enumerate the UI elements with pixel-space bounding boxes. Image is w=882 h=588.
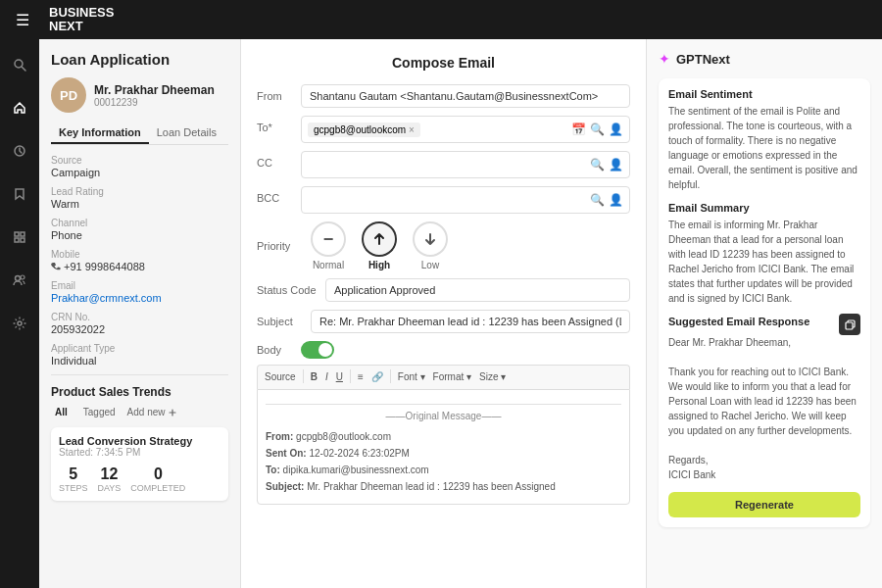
svg-rect-6 — [21, 238, 24, 242]
from-input[interactable] — [301, 84, 630, 108]
stat-days-number: 12 — [98, 466, 122, 483]
nav-bookmark-icon[interactable] — [6, 180, 33, 208]
stat-completed-number: 0 — [130, 466, 185, 483]
nav-users-icon[interactable] — [6, 267, 33, 294]
email-label: Email — [51, 280, 228, 291]
priority-low-label: Low — [413, 260, 448, 270]
email-summary-text: The email is informing Mr. Prakhar Dheem… — [668, 218, 860, 306]
filter-all[interactable]: All — [51, 405, 72, 419]
stat-steps-number: 5 — [59, 466, 88, 483]
toolbar-align-left-btn[interactable]: ≡ — [355, 370, 367, 383]
cc-add-icon[interactable]: 👤 — [609, 158, 623, 172]
email-value[interactable]: Prakhar@crmnext.com — [51, 292, 228, 304]
body-toggle[interactable] — [301, 341, 334, 359]
hamburger-icon[interactable]: ☰ — [16, 11, 29, 29]
email-sentiment-text: The sentiment of the email is Polite and… — [668, 104, 860, 192]
bcc-label: BCC — [257, 186, 301, 204]
tab-loan-details[interactable]: Loan Details — [149, 122, 224, 144]
toolbar-link-btn[interactable]: 🔗 — [368, 370, 386, 383]
copy-suggested-button[interactable] — [839, 314, 860, 335]
toolbar-format-btn[interactable]: Format ▾ — [430, 370, 474, 383]
nav-search-icon[interactable] — [6, 51, 33, 78]
tab-key-information[interactable]: Key Information — [51, 122, 149, 144]
to-label: To* — [257, 116, 301, 133]
mobile-label: Mobile — [51, 249, 228, 260]
svg-point-9 — [18, 321, 22, 325]
toolbar-font-btn[interactable]: Font ▾ — [395, 370, 428, 383]
logo: BUSINESS NEXT — [49, 6, 114, 34]
channel-value: Phone — [51, 229, 228, 241]
nav-settings-icon[interactable] — [6, 310, 33, 337]
nav-history-icon[interactable] — [6, 137, 33, 165]
priority-high-label: High — [362, 260, 397, 270]
toolbar-italic-btn[interactable]: I — [322, 370, 331, 383]
svg-rect-10 — [846, 322, 853, 329]
compose-email-title: Compose Email — [257, 55, 630, 71]
nav-home-icon[interactable] — [6, 94, 33, 122]
subject-select[interactable]: Re: Mr. Prakhar Dheeman lead id : 12239 … — [311, 310, 630, 333]
priority-low[interactable]: Low — [413, 221, 448, 270]
user-name: Mr. Prakhar Dheeman — [94, 83, 215, 97]
suggested-response-text: Dear Mr. Prakhar Dheeman, Thank you for … — [668, 335, 860, 482]
orig-subject: Subject: Mr. Prakhar Dheeman lead id : 1… — [266, 479, 621, 494]
bcc-field[interactable]: 🔍 👤 — [301, 186, 630, 214]
mobile-value: +91 9998644088 — [51, 261, 228, 272]
filter-tagged[interactable]: Tagged — [79, 405, 120, 419]
user-id: 00012239 — [94, 97, 215, 108]
status-code-select[interactable]: Application Approved Pending Rejected — [325, 278, 630, 302]
add-new-button[interactable]: Add new — [127, 407, 177, 417]
page-title: Loan Application — [51, 51, 228, 68]
orig-to: To: dipika.kumari@businessnext.com — [266, 463, 621, 477]
email-editor[interactable]: Source B I U ≡ 🔗 Font ▾ Format ▾ Size ▾ … — [257, 365, 630, 505]
regenerate-button[interactable]: Regenerate — [668, 492, 860, 517]
cc-field[interactable]: 🔍 👤 — [301, 151, 630, 178]
gpt-title: GPTNext — [676, 52, 730, 67]
toolbar-size-btn[interactable]: Size ▾ — [476, 370, 509, 383]
add-contact-icon[interactable]: 👤 — [609, 122, 623, 136]
original-message-divider: ——Original Message—— — [266, 404, 621, 423]
svg-point-8 — [21, 275, 24, 279]
nav-grid-icon[interactable] — [6, 223, 33, 251]
priority-label: Priority — [257, 240, 301, 252]
lead-rating-value: Warm — [51, 198, 228, 210]
toolbar-source-btn[interactable]: Source — [262, 370, 299, 383]
applicant-value: Individual — [51, 355, 228, 367]
bcc-add-icon[interactable]: 👤 — [609, 193, 623, 207]
to-tag-close-icon[interactable]: × — [409, 124, 415, 135]
gpt-icon: ✦ — [659, 51, 670, 67]
svg-point-0 — [15, 60, 23, 68]
source-label: Source — [51, 155, 228, 166]
suggested-response-title: Suggested Email Response — [668, 316, 809, 327]
priority-normal-label: Normal — [311, 260, 346, 270]
cc-search-icon[interactable]: 🔍 — [590, 158, 605, 172]
stat-days-label: DAYS — [98, 483, 122, 493]
bcc-search-icon[interactable]: 🔍 — [590, 193, 605, 207]
to-tag[interactable]: gcpgb8@outlookcom × — [308, 122, 420, 137]
toolbar-underline-btn[interactable]: U — [333, 370, 346, 383]
crn-value: 205932022 — [51, 323, 228, 335]
svg-point-7 — [16, 276, 21, 281]
svg-rect-3 — [15, 232, 19, 236]
svg-rect-4 — [21, 232, 24, 236]
orig-sent: Sent On: 12-02-2024 6:23:02PM — [266, 446, 621, 461]
strategy-name: Lead Conversion Strategy — [59, 435, 220, 447]
body-label: Body — [257, 344, 301, 356]
calendar-icon[interactable]: 📅 — [571, 122, 586, 136]
subject-label: Subject — [257, 316, 311, 327]
to-field[interactable]: gcpgb8@outlookcom × 📅 🔍 👤 — [301, 116, 630, 143]
priority-high[interactable]: High — [362, 221, 397, 270]
product-sales-title: Product Sales Trends — [51, 385, 228, 399]
email-summary-title: Email Summary — [668, 202, 860, 214]
svg-rect-5 — [15, 238, 19, 242]
priority-normal[interactable]: − Normal — [311, 221, 346, 270]
avatar: PD — [51, 77, 86, 113]
source-value: Campaign — [51, 167, 228, 178]
search-contact-icon[interactable]: 🔍 — [590, 122, 605, 136]
to-tag-value: gcpgb8@outlookcom — [314, 124, 406, 135]
svg-line-1 — [23, 68, 26, 72]
status-code-label: Status Code — [257, 284, 325, 296]
from-label: From — [257, 84, 301, 102]
toolbar-bold-btn[interactable]: B — [308, 370, 320, 383]
applicant-label: Applicant Type — [51, 343, 228, 354]
orig-from: From: gcpgb8@outlook.com — [266, 429, 621, 444]
